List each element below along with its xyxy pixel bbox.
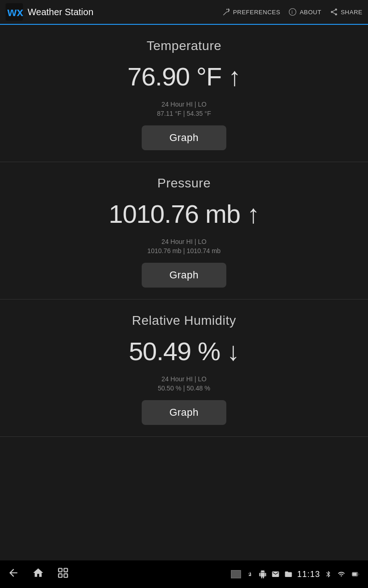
status-bar-right: 11:13 — [231, 570, 361, 579]
share-button[interactable]: SHARE — [330, 8, 362, 16]
bottom-nav-left — [7, 567, 69, 582]
temperature-title: Temperature — [147, 39, 222, 53]
svg-rect-10 — [58, 574, 62, 577]
about-label: ABOUT — [299, 9, 321, 16]
humidity-hi-lo-value: 50.50 % | 50.48 % — [158, 384, 210, 392]
pressure-hi-lo-value: 1010.76 mb | 1010.74 mb — [147, 247, 220, 254]
status-time: 11:13 — [297, 570, 320, 579]
email-icon — [271, 570, 280, 578]
wifi-icon — [337, 571, 346, 578]
main-content: Temperature 76.90 °F ↑ 24 Hour HI | LO 8… — [0, 25, 368, 560]
svg-line-7 — [333, 12, 335, 14]
home-icon — [32, 567, 44, 579]
top-bar-actions: PREFERENCES i ABOUT SHARE — [222, 8, 362, 16]
home-button[interactable] — [32, 567, 44, 582]
preferences-button[interactable]: PREFERENCES — [222, 8, 280, 16]
svg-rect-14 — [352, 573, 356, 576]
preferences-label: PREFERENCES — [233, 9, 280, 16]
pressure-title: Pressure — [157, 176, 211, 191]
preferences-icon — [222, 8, 230, 16]
temperature-value: 76.90 °F ↑ — [127, 62, 241, 91]
temperature-hi-lo-value: 87.11 °F | 54.35 °F — [157, 110, 211, 117]
temperature-hi-lo-label: 24 Hour HI | LO — [161, 101, 207, 108]
pressure-graph-button[interactable]: Graph — [142, 263, 226, 288]
svg-point-4 — [335, 9, 337, 11]
gallery-icon — [231, 570, 241, 578]
temperature-section: Temperature 76.90 °F ↑ 24 Hour HI | LO 8… — [0, 25, 368, 162]
humidity-hi-lo-label: 24 Hour HI | LO — [161, 375, 207, 383]
svg-point-6 — [335, 13, 337, 16]
humidity-title: Relative Humidity — [132, 313, 236, 328]
bluetooth-icon — [325, 571, 332, 578]
android-icon — [259, 570, 267, 578]
top-navigation-bar: wx Weather Station PREFERENCES i ABOUT — [0, 0, 368, 25]
folder-icon — [284, 570, 293, 578]
pressure-section: Pressure 1010.76 mb ↑ 24 Hour HI | LO 10… — [0, 162, 368, 300]
svg-rect-11 — [64, 568, 68, 572]
app-title: Weather Station — [28, 7, 222, 17]
back-button[interactable] — [7, 567, 19, 582]
svg-rect-9 — [58, 568, 62, 572]
bottom-navigation-bar: 11:13 — [0, 560, 368, 588]
svg-text:i: i — [292, 9, 293, 15]
humidity-section: Relative Humidity 50.49 % ↓ 24 Hour HI |… — [0, 300, 368, 437]
svg-line-8 — [333, 10, 335, 11]
svg-text:wx: wx — [7, 5, 23, 19]
share-label: SHARE — [341, 9, 362, 16]
wx-logo: wx — [6, 3, 23, 21]
svg-rect-12 — [64, 574, 68, 577]
about-icon: i — [288, 8, 297, 16]
svg-point-5 — [331, 11, 333, 13]
share-icon — [330, 8, 338, 16]
about-button[interactable]: i ABOUT — [288, 8, 321, 16]
recents-button[interactable] — [57, 567, 69, 582]
humidity-value: 50.49 % ↓ — [129, 336, 239, 366]
usb-icon — [246, 570, 254, 578]
recents-icon — [57, 567, 69, 579]
humidity-graph-button[interactable]: Graph — [142, 400, 226, 425]
temperature-graph-button[interactable]: Graph — [142, 125, 226, 150]
pressure-hi-lo-label: 24 Hour HI | LO — [161, 238, 207, 245]
battery-icon — [351, 571, 361, 578]
back-icon — [7, 567, 19, 579]
pressure-value: 1010.76 mb ↑ — [109, 199, 259, 229]
